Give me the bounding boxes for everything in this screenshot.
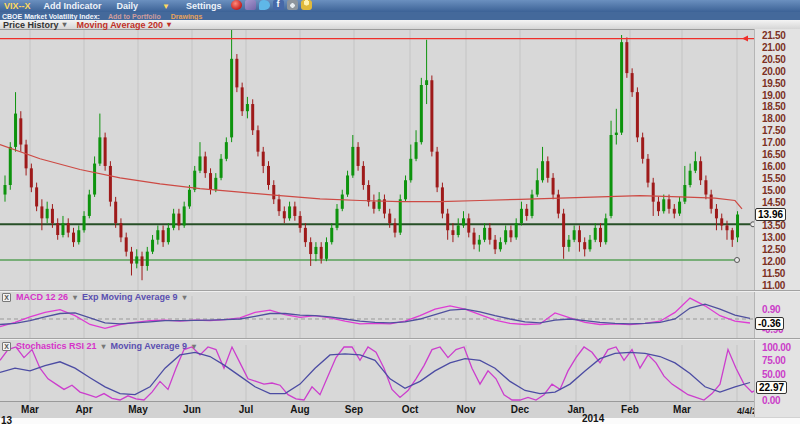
candle-body [262, 152, 265, 166]
price-tick-label: 13.50 [762, 220, 786, 231]
candle-body [694, 161, 697, 171]
camera-icon[interactable] [287, 0, 298, 10]
candle-body [583, 242, 586, 249]
month-label: Sep [345, 404, 363, 415]
candle-body [151, 240, 154, 252]
twitter-bird-icon[interactable] [259, 0, 270, 10]
period-dropdown[interactable]: Daily [117, 1, 139, 11]
settings-button[interactable]: Settings [186, 1, 222, 11]
candle-body [299, 216, 302, 228]
close-icon[interactable]: X [2, 342, 11, 351]
candle-body [462, 218, 465, 225]
add-to-portfolio-link[interactable]: Add to Portfolio [108, 13, 161, 20]
month-label: Feb [621, 404, 639, 415]
red-badge-icon[interactable] [231, 0, 242, 10]
candle-body [446, 214, 449, 231]
candle-body [399, 199, 402, 232]
candle-body [109, 166, 112, 202]
candle-body [657, 202, 660, 212]
month-label: Mar [21, 404, 39, 415]
candle-body [509, 230, 512, 237]
candle-body [541, 161, 544, 180]
candle-body [77, 230, 80, 242]
candle-body [683, 185, 686, 202]
moving-average-200-dropdown[interactable]: Moving Average 200 [77, 20, 163, 30]
chevron-down-icon[interactable]: ▾ [63, 20, 67, 29]
candle-body [183, 206, 186, 225]
candle-body [631, 73, 634, 92]
candle-body [467, 218, 470, 232]
candle-body [662, 199, 665, 211]
candle-body [573, 230, 576, 240]
candle-body [473, 233, 476, 245]
candle-body [430, 80, 433, 151]
stochastics-label-dropdown[interactable]: Stochastics RSI 21 [16, 341, 97, 351]
macd-label-dropdown[interactable]: MACD 12 26 [16, 292, 68, 302]
chevron-down-icon[interactable]: ▾ [192, 342, 196, 351]
chevron-down-icon[interactable]: ▾ [102, 342, 106, 351]
candle-body [288, 206, 291, 218]
month-label: Oct [402, 404, 419, 415]
candle-body [557, 195, 560, 214]
price-tick-label: 12.00 [762, 256, 786, 267]
candle-body [193, 171, 196, 190]
candle-body [409, 159, 412, 180]
chevron-down-icon[interactable]: ▾ [182, 293, 186, 302]
stoch-overlay-dropdown[interactable]: Moving Average 9 [111, 341, 187, 351]
candle-body [230, 59, 233, 138]
facebook-icon[interactable] [273, 0, 284, 10]
bottom-strip [0, 418, 800, 424]
candle-body [372, 202, 375, 209]
candle-body [483, 228, 486, 240]
candle-body [30, 168, 33, 187]
chevron-down-icon[interactable]: ▼ [162, 2, 170, 11]
panel-divider[interactable] [0, 338, 800, 340]
price-tick-label: 21.00 [762, 42, 786, 53]
candle-body [546, 161, 549, 178]
upper-resistance-line-arrow [742, 36, 748, 42]
add-indicator-button[interactable]: Add Indicator [44, 1, 102, 11]
candle-body [125, 237, 128, 251]
candle-body [488, 228, 491, 240]
price-history-dropdown[interactable]: Price History [3, 20, 59, 30]
candle-body [610, 135, 613, 216]
price-tick-label: 11.50 [762, 268, 785, 279]
candle-body [235, 59, 238, 88]
candle-body [83, 216, 86, 230]
stochastics-panel [0, 345, 756, 401]
symbol-ticker[interactable]: VIX--X [4, 1, 31, 11]
chevron-down-icon[interactable]: ▾ [167, 20, 171, 29]
symbol-description: CBOE Market Volatility Index: [2, 13, 100, 20]
price-tick-label: 14.50 [762, 197, 786, 208]
price-tick-label: 17.00 [762, 137, 786, 148]
person-icon[interactable] [301, 0, 312, 10]
candle-body [393, 223, 396, 233]
candle-body [615, 133, 618, 135]
drawings-link[interactable]: Drawings [171, 13, 203, 20]
price-tick-label: 19.50 [762, 78, 786, 89]
candle-body [336, 209, 339, 228]
macd-overlay-dropdown[interactable]: Exp Moving Average 9 [82, 292, 177, 302]
candle-body [736, 215, 739, 238]
candle-body [599, 228, 602, 242]
candle-body [720, 218, 723, 225]
candle-body [272, 185, 275, 199]
candle-body [441, 187, 444, 213]
purple-box-icon[interactable] [245, 0, 256, 10]
candle-body [88, 195, 91, 216]
candle-body [451, 230, 454, 235]
candle-body [388, 214, 391, 224]
candle-body [725, 225, 728, 230]
time-axis: MarAprMayJunJulAugSepOctNovDecJanFebMar2… [0, 401, 800, 424]
candle-body [293, 206, 296, 216]
candle-body [72, 233, 75, 243]
macd-panel-header: X MACD 12 26 ▾ Exp Moving Average 9 ▾ [2, 292, 186, 302]
candle-body [35, 187, 38, 206]
month-label: Dec [511, 404, 529, 415]
candle-body [51, 209, 54, 223]
lower-support-line-handle[interactable] [735, 257, 740, 262]
close-icon[interactable]: X [2, 293, 11, 302]
stoch-tick-label: 50.00 [762, 369, 786, 380]
chevron-down-icon[interactable]: ▾ [73, 293, 77, 302]
candle-body [362, 166, 365, 185]
